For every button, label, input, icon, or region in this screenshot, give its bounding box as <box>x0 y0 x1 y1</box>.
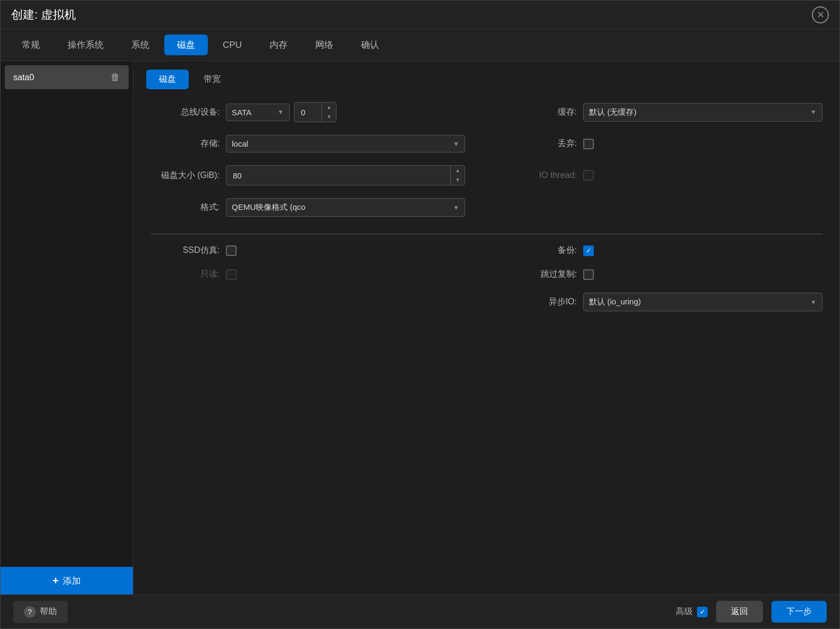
next-button[interactable]: 下一步 <box>771 601 827 623</box>
tab-network[interactable]: 网络 <box>303 35 346 55</box>
bus-select[interactable]: SATA ▼ <box>226 104 290 121</box>
ssd-label: SSD仿真: <box>150 245 220 256</box>
io-thread-checkbox[interactable] <box>583 170 594 181</box>
advanced-area: 高级 <box>676 606 708 617</box>
tab-general[interactable]: 常规 <box>9 35 53 55</box>
discard-control <box>583 139 822 149</box>
storage-value: local <box>232 139 248 148</box>
readonly-control <box>226 269 465 280</box>
back-button[interactable]: 返回 <box>716 601 763 623</box>
discard-checkbox-wrapper <box>583 139 594 149</box>
cache-select[interactable]: 默认 (无缓存) ▼ <box>583 103 822 122</box>
disk-size-spinbox[interactable]: 80 ▲ ▼ <box>226 165 465 185</box>
tab-disk[interactable]: 磁盘 <box>164 35 208 55</box>
disk-size-down-arrow[interactable]: ▼ <box>451 175 465 185</box>
async-io-value: 默认 (io_uring) <box>589 297 641 307</box>
sub-tab-bandwidth[interactable]: 带宽 <box>191 70 233 89</box>
tab-confirm[interactable]: 确认 <box>348 35 392 55</box>
disk-size-spinners: ▲ ▼ <box>450 166 465 185</box>
help-button[interactable]: ? 帮助 <box>13 601 68 623</box>
tab-os[interactable]: 操作系统 <box>55 35 116 55</box>
sidebar: sata0 🗑 + 添加 <box>1 61 133 594</box>
bus-value: SATA <box>232 108 251 117</box>
bus-device-label: 总线/设备: <box>150 107 220 118</box>
format-value: QEMU映像格式 (qco <box>232 202 305 212</box>
add-disk-button[interactable]: + 添加 <box>1 567 133 594</box>
bus-device-row: 总线/设备: SATA ▼ 0 ▲ ▼ <box>150 102 465 122</box>
section-divider <box>150 234 822 234</box>
async-io-control: 默认 (io_uring) ▼ <box>583 293 822 311</box>
footer-right: 高级 返回 下一步 <box>676 601 827 623</box>
footer-left: ? 帮助 <box>13 601 68 623</box>
main-content: sata0 🗑 + 添加 磁盘 带宽 总 <box>1 61 839 594</box>
readonly-label: 只读: <box>150 269 220 280</box>
skip-replication-row: 跳过复制: <box>508 269 822 280</box>
sidebar-item-sata0[interactable]: sata0 🗑 <box>5 65 129 89</box>
disk-size-row: 磁盘大小 (GiB): 80 ▲ ▼ <box>150 165 465 185</box>
storage-row: 存储: local ▼ <box>150 135 465 152</box>
cache-dropdown-arrow: ▼ <box>810 108 817 116</box>
readonly-row: 只读: <box>150 269 465 280</box>
footer: ? 帮助 高级 返回 下一步 <box>1 594 839 628</box>
skip-replication-control <box>583 269 822 280</box>
format-label: 格式: <box>150 202 220 213</box>
disk-size-control: 80 ▲ ▼ <box>226 165 465 185</box>
skip-replication-label: 跳过复制: <box>508 269 577 280</box>
advanced-checkbox[interactable] <box>697 607 708 617</box>
tab-system[interactable]: 系统 <box>119 35 162 55</box>
backup-label: 备份: <box>508 245 577 256</box>
advanced-label: 高级 <box>676 606 693 617</box>
io-thread-label: IO thread: <box>508 171 577 180</box>
device-up-arrow[interactable]: ▲ <box>322 103 336 112</box>
tab-bar: 常规 操作系统 系统 磁盘 CPU 内存 网络 确认 <box>1 29 839 61</box>
device-spinners: ▲ ▼ <box>322 103 336 122</box>
backup-checkbox[interactable] <box>583 245 594 256</box>
device-down-arrow[interactable]: ▼ <box>322 112 336 122</box>
help-icon: ? <box>24 606 36 618</box>
storage-select[interactable]: local ▼ <box>226 135 465 152</box>
format-dropdown-arrow: ▼ <box>453 204 459 211</box>
disk-size-label: 磁盘大小 (GiB): <box>150 170 220 181</box>
section-advanced: SSD仿真: 备份: 只读: <box>150 245 822 324</box>
async-io-row: 异步IO: 默认 (io_uring) ▼ <box>508 293 822 311</box>
plus-icon: + <box>53 575 59 587</box>
discard-checkbox[interactable] <box>583 139 594 149</box>
sub-tab-disk[interactable]: 磁盘 <box>146 70 189 89</box>
tab-cpu[interactable]: CPU <box>210 36 255 55</box>
readonly-checkbox[interactable] <box>226 269 237 280</box>
section-basic: 总线/设备: SATA ▼ 0 ▲ ▼ <box>150 102 822 230</box>
panel-area: 磁盘 带宽 总线/设备: SATA ▼ <box>133 61 839 594</box>
main-window: 创建: 虚拟机 ✕ 常规 操作系统 系统 磁盘 CPU 内存 网络 确认 sat… <box>0 0 840 629</box>
sub-tab-bar: 磁盘 带宽 <box>133 61 839 89</box>
format-control: QEMU映像格式 (qco ▼ <box>226 198 465 217</box>
cache-label: 缓存: <box>508 107 577 118</box>
io-thread-control <box>583 170 822 181</box>
bus-device-control: SATA ▼ 0 ▲ ▼ <box>226 102 465 122</box>
ssd-checkbox[interactable] <box>226 245 237 256</box>
async-io-label: 异步IO: <box>508 296 577 308</box>
ssd-row: SSD仿真: <box>150 245 465 256</box>
io-thread-row: IO thread: <box>508 165 822 185</box>
format-select[interactable]: QEMU映像格式 (qco ▼ <box>226 198 465 217</box>
tab-memory[interactable]: 内存 <box>257 35 300 55</box>
disk-size-up-arrow[interactable]: ▲ <box>451 166 465 175</box>
device-spinbox[interactable]: 0 ▲ ▼ <box>294 102 337 122</box>
device-value: 0 <box>295 104 322 121</box>
disk-size-value: 80 <box>226 167 450 184</box>
storage-label: 存储: <box>150 138 220 149</box>
skip-replication-checkbox[interactable] <box>583 269 594 280</box>
delete-icon[interactable]: 🗑 <box>111 72 120 83</box>
bus-dropdown-arrow: ▼ <box>278 108 284 116</box>
sidebar-item-label: sata0 <box>13 73 34 82</box>
close-button[interactable]: ✕ <box>812 6 829 23</box>
backup-row: 备份: <box>508 245 822 256</box>
form-content: 总线/设备: SATA ▼ 0 ▲ ▼ <box>133 89 839 594</box>
async-io-select[interactable]: 默认 (io_uring) ▼ <box>583 293 822 311</box>
cache-row: 缓存: 默认 (无缓存) ▼ <box>508 102 822 122</box>
storage-dropdown-arrow: ▼ <box>453 140 459 148</box>
async-io-dropdown-arrow: ▼ <box>810 299 817 306</box>
ssd-control <box>226 245 465 256</box>
io-thread-checkbox-wrapper <box>583 170 594 181</box>
backup-control <box>583 245 822 256</box>
sidebar-list: sata0 🗑 <box>1 61 133 567</box>
